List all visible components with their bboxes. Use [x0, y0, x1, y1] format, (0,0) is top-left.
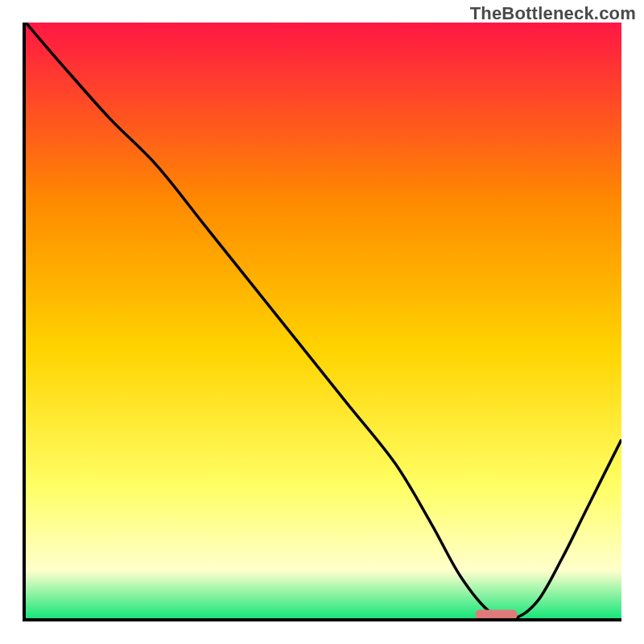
optimum-marker — [476, 610, 518, 618]
watermark-text: TheBottleneck.com — [470, 3, 636, 24]
gradient-background — [26, 23, 621, 618]
chart-frame: TheBottleneck.com — [0, 0, 644, 644]
plot-area — [23, 23, 621, 621]
chart-canvas — [26, 23, 621, 618]
